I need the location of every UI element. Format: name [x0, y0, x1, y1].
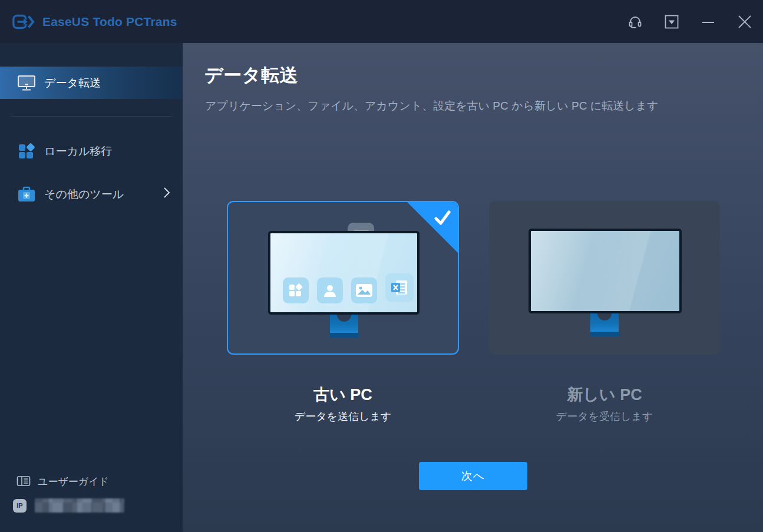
window-controls — [617, 0, 763, 43]
sidebar-item-local-migration[interactable]: ローカル移行 — [0, 135, 183, 167]
account-icon — [317, 277, 343, 303]
new-pc-title: 新しい PC — [489, 384, 720, 405]
old-pc-description: データを送信します — [227, 409, 459, 424]
files-icon — [385, 273, 414, 302]
sidebar-item-label: ローカル移行 — [44, 144, 112, 159]
app-title: EaseUS Todo PCTrans — [42, 15, 177, 29]
next-button[interactable]: 次へ — [419, 462, 527, 490]
monitor-base — [590, 332, 619, 336]
card-old-pc[interactable] — [227, 201, 459, 355]
sidebar: データ転送 ローカル移行 その他のツール — [0, 43, 183, 532]
applications-icon — [283, 277, 309, 303]
ip-address-row: IP — [0, 497, 183, 514]
pctrans-logo-icon — [12, 13, 35, 31]
checkmark-icon — [433, 209, 452, 229]
support-headset-icon[interactable] — [617, 0, 653, 43]
ip-address-redacted — [35, 498, 124, 513]
app-grid-icon — [16, 142, 37, 161]
main-content: データ転送 アプリケーション、ファイル、アカウント、設定を古い PC から新しい… — [183, 43, 763, 532]
sidebar-divider — [11, 116, 172, 117]
old-pc-title: 古い PC — [227, 384, 459, 405]
page-subtitle: アプリケーション、ファイル、アカウント、設定を古い PC から新しい PC に転… — [205, 98, 658, 114]
sidebar-item-data-transfer[interactable]: データ転送 — [0, 67, 183, 99]
page-title: データ転送 — [204, 63, 298, 88]
user-guide-label: ユーザーガイド — [38, 475, 109, 488]
new-pc-monitor — [529, 229, 682, 313]
app-icons-row — [283, 277, 414, 303]
card-new-pc[interactable] — [489, 201, 720, 355]
old-pc-monitor — [268, 231, 420, 315]
user-guide-link[interactable]: ユーザーガイド — [0, 472, 183, 490]
new-pc-description: データを受信します — [489, 409, 720, 424]
minimize-icon[interactable] — [690, 0, 726, 43]
book-icon — [16, 475, 31, 487]
ip-badge: IP — [13, 499, 27, 513]
chevron-right-icon — [163, 187, 171, 201]
monitor-base — [329, 333, 359, 338]
monitor-stand — [330, 315, 358, 333]
pictures-icon — [351, 277, 377, 303]
monitor-stand — [590, 313, 619, 332]
sidebar-item-label: データ転送 — [44, 75, 101, 91]
sidebar-item-label: その他のツール — [44, 187, 124, 202]
menu-dropdown-icon[interactable] — [653, 0, 690, 43]
title-bar: EaseUS Todo PCTrans — [0, 0, 763, 43]
monitor-icon — [16, 75, 37, 91]
close-icon[interactable] — [726, 0, 763, 43]
toolbox-icon — [16, 186, 37, 203]
app-logo: EaseUS Todo PCTrans — [12, 13, 177, 31]
sidebar-item-other-tools[interactable]: その他のツール — [0, 178, 183, 210]
